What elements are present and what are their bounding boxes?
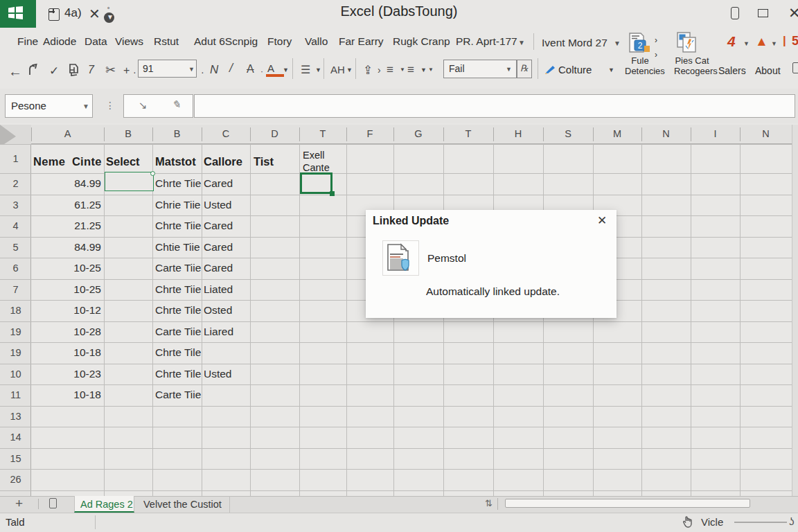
svg-text:2: 2 bbox=[638, 41, 643, 51]
